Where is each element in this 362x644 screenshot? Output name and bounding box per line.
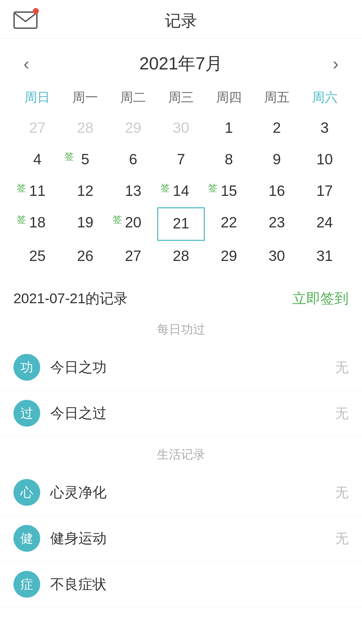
list-item-value: 无 [335, 483, 349, 502]
calendar-day-21[interactable]: 21 [157, 207, 205, 241]
calendar-day-29[interactable]: 29 [109, 113, 157, 144]
sign-label: 签 [17, 182, 26, 195]
calendar-day-13[interactable]: 13 [109, 176, 157, 207]
list-item[interactable]: 功今日之功无 [0, 344, 362, 390]
calendar-day-18[interactable]: 签18 [13, 207, 61, 241]
list-item[interactable]: 症不良症状 [0, 561, 362, 607]
records-date: 2021-07-21的记录 [13, 289, 128, 308]
calendar-day-27[interactable]: 27 [109, 241, 157, 272]
calendar-day-29[interactable]: 29 [205, 241, 253, 272]
day-number: 4 [33, 151, 41, 167]
calendar-day-2[interactable]: 2 [253, 113, 301, 144]
calendar-weekdays: 周日周一周二周三周四周五周六 [13, 86, 349, 109]
day-number: 19 [77, 214, 94, 230]
day-number: 1 [225, 119, 233, 136]
day-number: 23 [268, 214, 285, 230]
day-number: 12 [77, 182, 94, 199]
day-number: 22 [221, 214, 237, 230]
weekday-header-周六: 周六 [301, 86, 349, 109]
calendar-day-5[interactable]: 签5 [61, 144, 109, 176]
mail-icon-wrap[interactable] [13, 9, 38, 31]
list-item-icon: 过 [13, 400, 40, 427]
list-item-label: 今日之过 [50, 404, 335, 423]
mail-icon[interactable] [13, 9, 38, 30]
calendar-day-24[interactable]: 24 [301, 207, 349, 241]
day-number: 18 [29, 214, 46, 230]
day-number: 29 [125, 119, 141, 136]
prev-month-button[interactable]: ‹ [17, 54, 36, 74]
calendar-day-12[interactable]: 12 [61, 176, 109, 207]
day-number: 16 [268, 182, 285, 199]
calendar-day-19[interactable]: 19 [61, 207, 109, 241]
calendar-day-27[interactable]: 27 [13, 113, 61, 144]
list-item-icon: 心 [13, 479, 40, 506]
calendar-day-1[interactable]: 1 [205, 113, 253, 144]
calendar-day-7[interactable]: 7 [157, 144, 205, 176]
calendar-nav: ‹ 2021年7月 › [13, 45, 349, 86]
sections-container: 每日功过功今日之功无过今日之过无生活记录心心灵净化无健健身运动无症不良症状 [0, 318, 362, 614]
calendar-day-10[interactable]: 10 [301, 144, 349, 176]
day-number: 30 [268, 248, 285, 264]
list-item-label: 今日之功 [50, 358, 335, 377]
day-number: 6 [129, 151, 137, 167]
calendar-day-16[interactable]: 16 [253, 176, 301, 207]
calendar-day-26[interactable]: 26 [61, 241, 109, 272]
calendar-day-4[interactable]: 4 [13, 144, 61, 176]
calendar-day-6[interactable]: 6 [109, 144, 157, 176]
day-number: 20 [125, 214, 141, 230]
list-item[interactable]: 心心灵净化无 [0, 470, 362, 516]
day-number: 7 [177, 151, 185, 167]
day-number: 27 [125, 248, 141, 264]
calendar-section: ‹ 2021年7月 › 周日周一周二周三周四周五周六 272829301234签… [0, 39, 362, 272]
calendar-day-30[interactable]: 30 [253, 241, 301, 272]
sign-label: 签 [113, 213, 122, 226]
next-month-button[interactable]: › [326, 54, 345, 74]
calendar-day-28[interactable]: 28 [157, 241, 205, 272]
calendar-day-3[interactable]: 3 [301, 113, 349, 144]
day-number: 25 [29, 248, 46, 264]
day-number: 28 [173, 248, 189, 264]
calendar-day-25[interactable]: 25 [13, 241, 61, 272]
svg-rect-0 [14, 12, 37, 28]
sign-label: 签 [65, 150, 74, 163]
list-item-label: 心灵净化 [50, 483, 335, 502]
list-item-label: 不良症状 [50, 575, 349, 594]
page-title: 记录 [165, 10, 197, 32]
calendar-grid: 272829301234签5678910签111213签14签151617签18… [13, 113, 349, 272]
list-item[interactable]: 健健身运动无 [0, 516, 362, 561]
calendar-day-31[interactable]: 31 [301, 241, 349, 272]
records-header: 2021-07-21的记录 立即签到 [13, 282, 349, 318]
section-subtitle: 生活记录 [0, 443, 362, 470]
calendar-day-20[interactable]: 签20 [109, 207, 157, 241]
weekday-header-周五: 周五 [253, 86, 301, 109]
day-number: 31 [316, 248, 333, 264]
day-number: 21 [173, 215, 189, 231]
day-number: 5 [81, 151, 89, 167]
calendar-day-8[interactable]: 8 [205, 144, 253, 176]
weekday-header-周一: 周一 [61, 86, 109, 109]
day-number: 8 [225, 151, 233, 167]
calendar-day-22[interactable]: 22 [205, 207, 253, 241]
list-item-value: 无 [335, 404, 349, 423]
calendar-day-14[interactable]: 签14 [157, 176, 205, 207]
calendar-day-9[interactable]: 9 [253, 144, 301, 176]
weekday-header-周三: 周三 [157, 86, 205, 109]
list-item-icon: 健 [13, 525, 40, 552]
calendar-day-17[interactable]: 17 [301, 176, 349, 207]
day-number: 26 [77, 248, 94, 264]
section-subtitle: 每日功过 [0, 318, 362, 344]
app-header: 记录 [0, 0, 362, 39]
calendar-day-15[interactable]: 签15 [205, 176, 253, 207]
sign-label: 签 [17, 213, 26, 226]
list-item-label: 健身运动 [50, 529, 335, 548]
calendar-day-30[interactable]: 30 [157, 113, 205, 144]
calendar-day-23[interactable]: 23 [253, 207, 301, 241]
day-number: 11 [29, 182, 46, 199]
calendar-day-28[interactable]: 28 [61, 113, 109, 144]
day-number: 30 [173, 119, 189, 136]
day-number: 17 [316, 182, 333, 199]
list-item[interactable]: 过今日之过无 [0, 390, 362, 436]
day-number: 27 [29, 119, 46, 136]
calendar-day-11[interactable]: 签11 [13, 176, 61, 207]
checkin-button[interactable]: 立即签到 [292, 289, 349, 308]
